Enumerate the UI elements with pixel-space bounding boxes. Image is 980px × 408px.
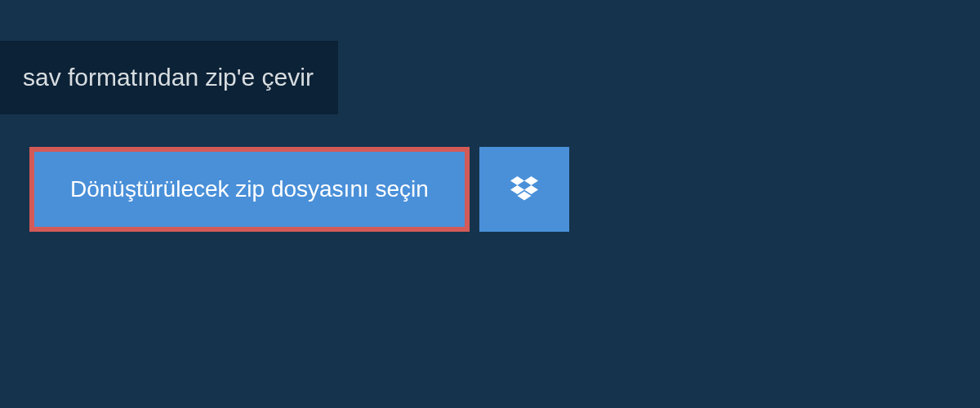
page-title-text: sav formatından zip'e çevir: [23, 64, 314, 91]
page-title: sav formatından zip'e çevir: [0, 41, 338, 114]
select-file-button-label: Dönüştürülecek zip dosyasını seçin: [70, 176, 429, 202]
dropbox-button[interactable]: [479, 147, 569, 232]
select-file-button[interactable]: Dönüştürülecek zip dosyasını seçin: [29, 147, 470, 232]
dropbox-icon: [510, 176, 538, 202]
file-select-row: Dönüştürülecek zip dosyasını seçin: [29, 147, 980, 232]
